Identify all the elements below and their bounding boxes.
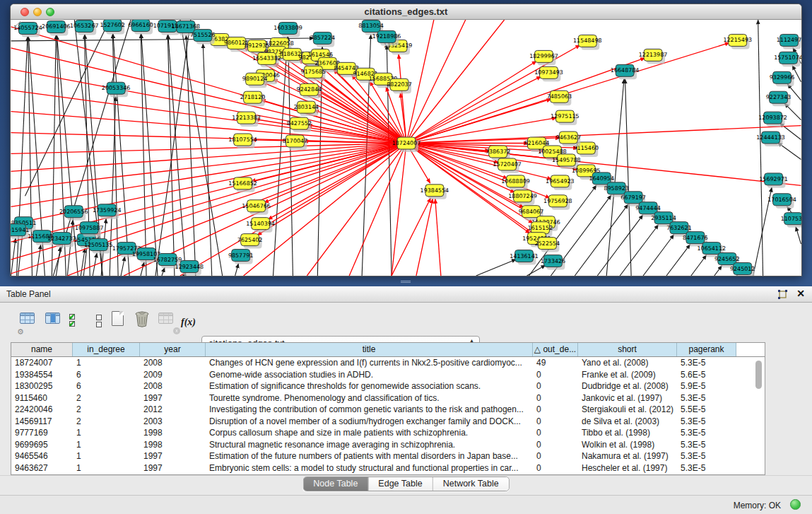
new-table-icon[interactable]	[112, 311, 131, 330]
graph-node[interactable]: 7515526	[190, 29, 216, 44]
graph-node[interactable]: 16543382	[252, 52, 281, 67]
citation-edge-black[interactable]	[527, 265, 546, 276]
zoom-window-icon[interactable]	[46, 8, 54, 16]
graph-node[interactable]: 9242844	[297, 83, 322, 98]
graph-node[interactable]: 1733426	[541, 255, 566, 270]
citation-edge-black[interactable]	[666, 245, 690, 276]
citation-edge-red[interactable]	[406, 76, 541, 143]
graph-node[interactable]: 20053346	[102, 82, 131, 97]
citation-network-graph[interactable]: 1872400776638229860125891293518226058982…	[11, 20, 801, 276]
citation-edge-red[interactable]	[180, 144, 406, 276]
table-row[interactable]: 946362711997Embryonic stem cells: a mode…	[11, 462, 765, 474]
citation-edge-black[interactable]	[235, 264, 239, 276]
column-header-in_degree[interactable]: in_degree	[73, 343, 140, 356]
graph-node[interactable]: 12923448	[175, 261, 204, 276]
citation-edge-red[interactable]	[11, 27, 406, 144]
graph-node[interactable]: 6966160	[128, 20, 153, 34]
citation-edge-black[interactable]	[180, 20, 223, 276]
citation-edge-black[interactable]	[643, 235, 674, 276]
tab-network-table[interactable]: Network Table	[433, 477, 509, 491]
table-mode-icon[interactable]: ⚙	[20, 313, 39, 332]
column-header-title[interactable]: title	[206, 343, 533, 356]
graph-node[interactable]: 15166852	[228, 177, 257, 192]
citation-edge-black[interactable]	[597, 215, 643, 276]
graph-node[interactable]: 10973493	[534, 66, 563, 81]
graph-node[interactable]: 8822037	[387, 78, 412, 93]
graph-node[interactable]: 19654923	[546, 175, 575, 190]
graph-node[interactable]: 19384554	[420, 185, 449, 199]
citation-edge-black[interactable]	[758, 20, 763, 276]
close-window-icon[interactable]	[20, 8, 29, 16]
select-all-checks-icon[interactable]: ✔✔	[69, 313, 88, 332]
citation-edge-red[interactable]	[406, 126, 801, 144]
table-row[interactable]: 977716911998Corpus callosum shape and si…	[11, 427, 765, 439]
citation-edge-red[interactable]	[11, 69, 406, 144]
delete-table-icon[interactable]	[134, 310, 153, 329]
citation-edge-red[interactable]	[392, 144, 406, 276]
graph-node[interactable]: 15720407	[493, 158, 522, 173]
graph-node[interactable]: 15751074	[774, 52, 801, 66]
unselect-checks-icon[interactable]	[89, 313, 108, 332]
citation-edge-black[interactable]	[67, 220, 73, 276]
table-row[interactable]: 969969511998Structural magnetic resonanc…	[11, 439, 765, 451]
citation-edge-black[interactable]	[36, 245, 40, 276]
citation-edge-black[interactable]	[625, 79, 632, 276]
graph-node[interactable]: 19218986	[372, 30, 401, 45]
graph-node[interactable]: 20691406	[42, 21, 71, 35]
table-row[interactable]: 1830029562008Estimation of significance …	[11, 380, 765, 392]
graph-node[interactable]: 9175685	[301, 66, 326, 81]
citation-edge-black[interactable]	[714, 266, 722, 276]
citation-edge-black[interactable]	[56, 247, 60, 276]
graph-node[interactable]: 8427552	[287, 117, 312, 132]
close-panel-icon[interactable]: ✕	[796, 288, 805, 299]
graph-node[interactable]: 16033809	[273, 22, 302, 37]
graph-node[interactable]: 9890124	[242, 73, 268, 88]
table-vertical-scrollbar[interactable]	[755, 361, 762, 389]
table-row[interactable]: 911546021997Tourette syndrome. Phenomeno…	[11, 392, 765, 404]
graph-node[interactable]: 2522554	[535, 238, 560, 252]
graph-node[interactable]: 3915941	[11, 224, 29, 239]
tab-node-table[interactable]: Node Table	[303, 477, 368, 491]
citation-edge-black[interactable]	[691, 255, 707, 276]
citation-edge-red[interactable]	[406, 20, 505, 144]
graph-node[interactable]: 12213987	[639, 49, 668, 64]
citation-edge-red[interactable]	[263, 82, 406, 143]
minimize-window-icon[interactable]	[33, 8, 42, 16]
function-builder-icon[interactable]: f(x)	[181, 315, 200, 334]
citation-edge-black[interactable]	[186, 35, 195, 276]
graph-node[interactable]: 1112497	[777, 34, 801, 49]
citation-edge-black[interactable]	[796, 227, 801, 244]
table-row[interactable]: 1938455462009Genome-wide association stu…	[11, 369, 765, 381]
citation-edge-black[interactable]	[162, 267, 165, 276]
graph-node[interactable]: 18807249	[508, 190, 537, 205]
column-header-short[interactable]: short	[578, 343, 677, 356]
graph-node[interactable]: 9329966	[770, 71, 795, 86]
graph-node[interactable]: 7625402	[237, 234, 263, 249]
graph-node[interactable]: 2803144	[294, 101, 319, 116]
graph-node[interactable]: 8170047	[283, 135, 308, 150]
graph-node[interactable]: 12215493	[723, 34, 752, 49]
graph-node[interactable]: 7857224	[310, 32, 336, 47]
table-row[interactable]: 1456911722003Disruption of a novel membe…	[11, 416, 765, 428]
citation-edge-red[interactable]	[257, 144, 406, 235]
citation-edge-black[interactable]	[11, 238, 16, 276]
graph-node[interactable]: 15692971	[759, 173, 788, 188]
table-row[interactable]: 946554611997Estimation of the future num…	[11, 450, 765, 462]
citation-edge-black[interactable]	[575, 204, 628, 276]
column-header-year[interactable]: year	[140, 343, 206, 356]
window-titlebar[interactable]: citations_edges.txt	[11, 4, 801, 20]
graph-node[interactable]: 9227343	[766, 91, 791, 106]
citation-edge-black[interactable]	[203, 44, 212, 276]
graph-node[interactable]: 9857791	[228, 250, 254, 264]
graph-node[interactable]: 14136141	[510, 250, 539, 265]
graph-node[interactable]: 11548498	[573, 35, 602, 49]
table-row[interactable]: 1872400712008Changes of HCN gene express…	[11, 357, 765, 369]
graph-node[interactable]: 9463627	[556, 132, 582, 146]
graph-node[interactable]: 1107533	[781, 213, 801, 228]
graph-node[interactable]: 15140394	[246, 218, 275, 233]
citation-edge-red[interactable]	[11, 144, 406, 154]
citation-edge-red[interactable]	[399, 54, 406, 144]
table-row[interactable]: 2242004622012Investigating the contribut…	[11, 404, 765, 416]
graph-node[interactable]: 15046766	[242, 200, 271, 215]
graph-node[interactable]: 7485063	[547, 90, 572, 105]
